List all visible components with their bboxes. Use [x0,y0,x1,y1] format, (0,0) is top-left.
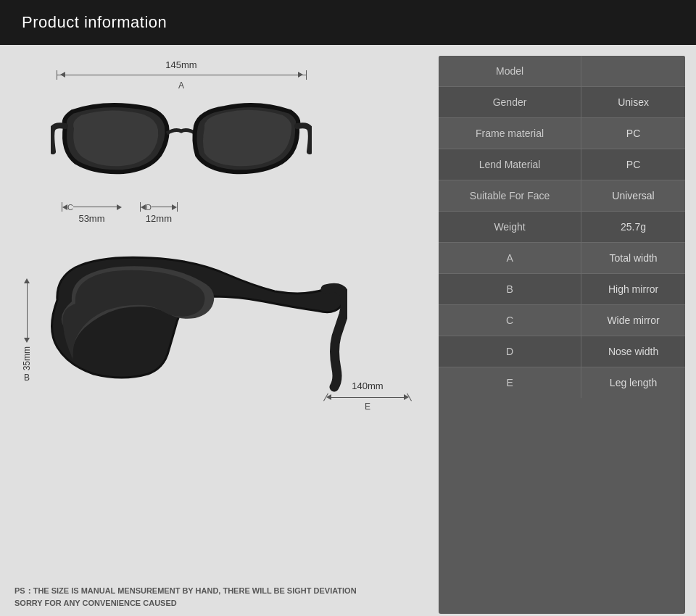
cd-pipe-d-right [177,202,178,212]
a-label: A [178,80,184,91]
table-value: 25.7g [581,212,685,243]
cd-line-d [152,207,172,207]
cd-section-d: D 12mm [140,202,178,224]
table-key: Suitable For Face [439,180,581,212]
left-panel: 145mm A [0,45,439,616]
b-label: B [24,372,30,383]
glasses-front-svg [51,93,312,199]
table-row: ATotal width [439,243,685,274]
footnote: PS：THE SIZE IS MANUAL MENSUREMENT BY HAN… [14,585,377,610]
table-row: Frame materialPC [439,118,685,149]
e-label: E [365,401,370,412]
top-width-mm: 145mm [165,59,196,70]
height-indicator: 35mm B [22,244,32,417]
width-arrows [57,70,307,80]
page-header: Product information [0,0,696,45]
bottom-cd-dims: C 53mm D [62,202,326,224]
cd-value-c: 53mm [78,213,104,224]
cd-letter-d: D [146,203,152,212]
cd-section-c: C 53mm [62,202,122,224]
top-diagram: 145mm A [36,59,326,224]
cd-arrows-c: C [62,202,122,212]
table-row: GenderUnisex [439,87,685,118]
table-value: Leg length [581,367,685,399]
table-row: DNose width [439,336,685,367]
b-top-arrow [24,278,30,283]
horizontal-arrow [57,75,306,75]
table-row: ELeg length [439,367,685,399]
table-key: Gender [439,87,581,118]
table-row: BHigh mirror [439,274,685,305]
height-35mm: 35mm [22,346,32,370]
side-glasses-container: 140mm E [36,242,417,419]
table-value: High mirror [581,274,685,305]
table-value: Total width [581,243,685,274]
table-row: Model [439,56,685,87]
e-line [331,397,404,398]
table-value: PC [581,149,685,180]
b-vert-line [27,283,28,338]
e-arrow-container [326,393,410,401]
table-value [581,56,685,87]
cd-line [73,207,117,207]
table-key: B [439,274,581,305]
cd-arrows-d: D [140,202,178,212]
table-key: A [439,243,581,274]
table-key: Weight [439,212,581,243]
table-row: Suitable For FaceUniversal [439,180,685,212]
info-table: ModelGenderUnisexFrame materialPCLend Ma… [439,56,685,398]
table-key: E [439,367,581,399]
glasses-side-svg [36,242,347,416]
table-key: Frame material [439,118,581,149]
b-bottom-arrow [24,338,30,343]
table-value: Universal [581,180,685,212]
cd-left-arrow [62,204,67,210]
right-panel: ModelGenderUnisexFrame materialPCLend Ma… [439,56,685,614]
table-key: C [439,305,581,336]
table-row: Lend MaterialPC [439,149,685,180]
table-value: Wide mirror [581,305,685,336]
table-key: Model [439,56,581,87]
cd-left-arrow-d [141,204,146,210]
page-title: Product information [22,13,167,31]
main-content: 145mm A [0,45,696,616]
table-key: Lend Material [439,149,581,180]
tick-right [306,70,307,80]
side-view-section: 35mm B 140mm [22,242,417,419]
table-row: CWide mirror [439,305,685,336]
table-value: Unisex [581,87,685,118]
cd-letter-c: C [67,203,73,212]
width-annotation: 145mm A [36,59,326,91]
cd-right-arrow [117,204,122,210]
cd-value-d: 12mm [146,213,172,224]
footnote-text: PS：THE SIZE IS MANUAL MENSUREMENT BY HAN… [14,586,357,608]
table-key: D [439,336,581,367]
table-row: Weight25.7g [439,212,685,243]
e-value: 140mm [352,380,383,391]
table-value: Nose width [581,336,685,367]
e-dimension: 140mm E [326,380,410,412]
cd-right-arrow-d [172,204,177,210]
table-value: PC [581,118,685,149]
